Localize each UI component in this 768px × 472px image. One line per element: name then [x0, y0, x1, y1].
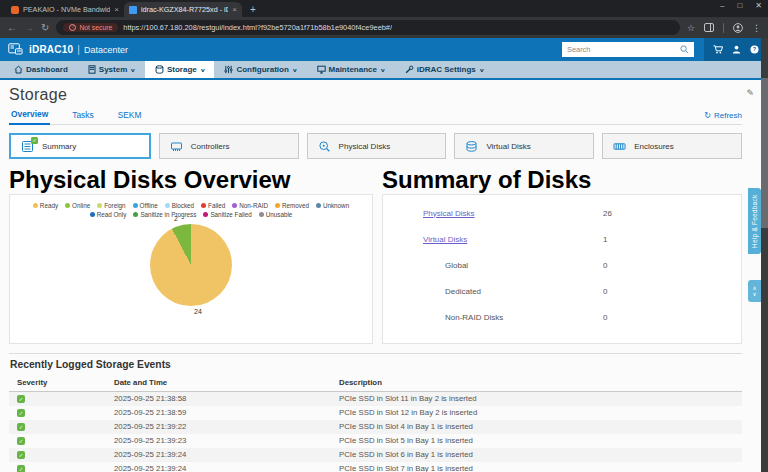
- user-icon[interactable]: [732, 45, 741, 54]
- legend-item: Sanitize Failed: [203, 211, 251, 218]
- help-feedback-tab[interactable]: Help & Feedback: [748, 188, 761, 254]
- maximize-button[interactable]: □: [737, 1, 742, 10]
- not-secure-badge[interactable]: ! Not secure: [63, 23, 118, 32]
- summary-value: 0: [603, 261, 607, 270]
- legend-item: Sanitize in Progress: [133, 211, 196, 218]
- legend-dot: [133, 203, 138, 208]
- summary-label: Dedicated: [445, 287, 481, 296]
- warning-icon: !: [69, 24, 76, 31]
- browser-menu-icon[interactable]: ⋮: [752, 23, 761, 33]
- legend-dot: [275, 203, 280, 208]
- forward-icon[interactable]: →: [24, 23, 34, 33]
- scrollbar-thumb[interactable]: [761, 78, 768, 228]
- nav-item-maintenance[interactable]: Maintenance ∨: [307, 61, 395, 78]
- idrac-favicon: [129, 6, 137, 14]
- nav-item-dashboard[interactable]: Dashboard: [4, 61, 78, 78]
- close-window-button[interactable]: ✕: [755, 1, 762, 10]
- nav-item-idrac-settings[interactable]: iDRAC Settings ∨: [395, 61, 494, 78]
- controllers-button[interactable]: Controllers: [159, 133, 299, 159]
- pie-value-online: 2: [174, 215, 178, 222]
- tab-tasks[interactable]: Tasks: [70, 110, 95, 124]
- cart-icon[interactable]: [713, 45, 723, 54]
- severity-ok-icon: ✓: [17, 395, 25, 403]
- search-icon: [680, 45, 689, 54]
- nav-item-storage[interactable]: Storage ∨: [145, 61, 214, 78]
- search-input[interactable]: [567, 45, 680, 54]
- ok-badge-icon: ✓: [31, 137, 38, 144]
- tab-title: PEAKAIO - NVMe Bandwidth: [23, 5, 110, 14]
- sliders-icon: [224, 65, 233, 74]
- table-row: ✓2025-09-25 21:39:24PCIe SSD in Slot 6 i…: [9, 448, 742, 462]
- chevron-down-icon: ∨: [479, 67, 484, 73]
- col-severity: Severity: [9, 374, 114, 392]
- close-tab-icon[interactable]: ×: [114, 6, 119, 14]
- summary-row: Global0: [397, 252, 727, 278]
- severity-ok-icon: ✓: [17, 409, 25, 417]
- svg-text:?: ?: [753, 46, 757, 52]
- refresh-button[interactable]: ↻ Refresh: [704, 111, 742, 124]
- virtual-disks-link[interactable]: Virtual Disks: [423, 235, 467, 244]
- col-date: Date and Time: [114, 374, 339, 392]
- physical-disks-button[interactable]: Physical Disks: [307, 133, 447, 159]
- tab-overview[interactable]: Overview: [9, 109, 50, 125]
- legend-item: Removed: [275, 202, 309, 209]
- nav-item-system[interactable]: System ∨: [78, 61, 145, 78]
- virtual-disks-button[interactable]: Virtual Disks: [454, 133, 594, 159]
- severity-ok-icon: ✓: [17, 423, 25, 431]
- scroll-chevrons-button[interactable]: ∧ ∨: [748, 280, 761, 302]
- address-bar[interactable]: ! Not secure https://100.67.180.208/rest…: [56, 20, 680, 35]
- browser-tab-peakaio[interactable]: PEAKAIO - NVMe Bandwidth ×: [6, 2, 124, 17]
- col-description: Description: [339, 374, 742, 392]
- help-icon[interactable]: ?: [750, 45, 759, 54]
- reload-icon[interactable]: ↻: [41, 23, 49, 33]
- back-icon[interactable]: ←: [7, 23, 17, 33]
- browser-window: PEAKAIO - NVMe Bandwidth × idrac-KGZX84-…: [0, 0, 768, 472]
- legend-dot: [97, 203, 102, 208]
- page-title: Storage: [9, 80, 742, 104]
- server-icon: [88, 65, 96, 74]
- tab-sekm[interactable]: SEKM: [116, 110, 144, 124]
- summary-row: Physical Disks26: [397, 200, 727, 226]
- disk-stack-icon: [155, 65, 164, 74]
- recent-events-title: Recently Logged Storage Events: [10, 359, 742, 370]
- side-panel-icon[interactable]: [704, 23, 714, 32]
- monitor-icon: [317, 65, 326, 74]
- edit-pencil-icon[interactable]: ✎: [746, 88, 754, 98]
- url-text[interactable]: https://100.67.180.208/restgui/index.htm…: [123, 23, 392, 32]
- severity-ok-icon: ✓: [17, 465, 25, 472]
- summary-label: Non-RAID Disks: [445, 313, 503, 322]
- summary-of-disks-title: Summary of Disks: [382, 166, 742, 194]
- summary-button[interactable]: ✓ Summary: [9, 133, 151, 159]
- pie-chart: [150, 224, 232, 306]
- global-search[interactable]: [562, 42, 694, 57]
- close-tab-icon[interactable]: ×: [232, 6, 237, 14]
- physical-disks-link[interactable]: Physical Disks: [423, 209, 475, 218]
- profile-icon[interactable]: [733, 23, 743, 33]
- minimize-button[interactable]: –: [720, 1, 724, 10]
- legend-dot: [65, 203, 70, 208]
- storage-page: ✎ Storage Overview Tasks SEKM ↻ Refresh …: [0, 80, 768, 472]
- legend-item: Unknown: [316, 202, 349, 209]
- summary-row: Non-RAID Disks0: [397, 304, 727, 330]
- scrollbar-track[interactable]: [761, 38, 768, 472]
- physical-disks-overview-card: Ready Online Foreign Offline Blocked Fai…: [9, 194, 373, 344]
- new-tab-button[interactable]: +: [250, 4, 256, 17]
- legend-item: Foreign: [97, 202, 125, 209]
- nav-item-configuration[interactable]: Configuration ∨: [214, 61, 306, 78]
- table-row: ✓2025-09-25 21:38:58PCIe SSD in Slot 11 …: [9, 392, 742, 406]
- severity-ok-icon: ✓: [17, 437, 25, 445]
- virtual-disk-icon: [465, 140, 478, 153]
- browser-tab-idrac[interactable]: idrac-KGZX84-R7725xd - iDR... ×: [124, 2, 242, 17]
- peakaio-favicon: [11, 6, 19, 14]
- toolbar-divider: [723, 23, 724, 33]
- enclosures-button[interactable]: Enclosures: [602, 133, 742, 159]
- storage-tabs: Overview Tasks SEKM ↻ Refresh: [9, 109, 742, 125]
- summary-row: Virtual Disks1: [397, 226, 727, 252]
- chevron-down-icon: ∨: [752, 291, 756, 297]
- storage-tile-row: ✓ Summary Controllers Physical Disks: [9, 133, 742, 159]
- recent-events-section: Recently Logged Storage Events Severity …: [9, 353, 742, 472]
- table-row: ✓2025-09-25 21:38:59PCIe SSD in Slot 12 …: [9, 406, 742, 420]
- table-row: ✓2025-09-25 21:39:23PCIe SSD in Slot 5 i…: [9, 434, 742, 448]
- legend-item: Read Only: [90, 211, 127, 218]
- bookmark-star-icon[interactable]: ☆: [687, 23, 695, 33]
